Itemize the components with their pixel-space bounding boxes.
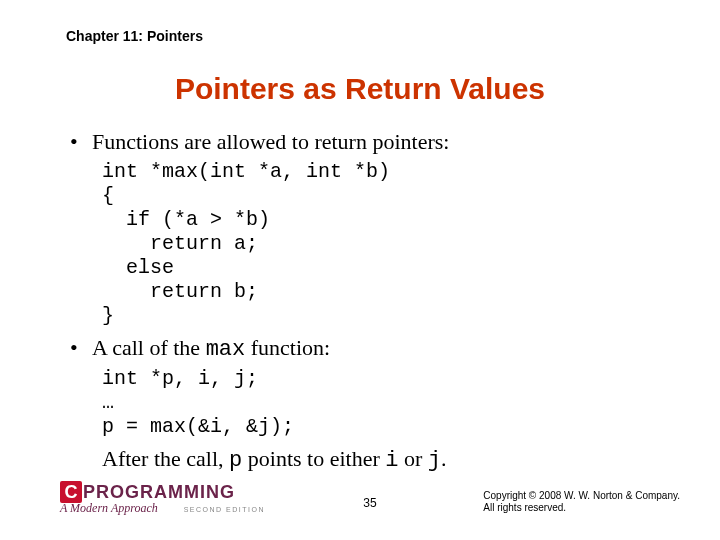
bullet-1-text: Functions are allowed to return pointers… <box>92 128 660 156</box>
slide-title: Pointers as Return Values <box>60 72 660 106</box>
logo-subtitle: A Modern Approach SECOND EDITION <box>60 501 265 516</box>
after-mid: points to either <box>242 446 385 471</box>
copyright: Copyright © 2008 W. W. Norton & Company.… <box>483 490 680 514</box>
after-dot: . <box>441 446 447 471</box>
logo-top: C PROGRAMMING <box>60 481 265 503</box>
chapter-label: Chapter 11: Pointers <box>66 28 660 44</box>
bullet-2-text: A call of the max function: <box>92 334 660 364</box>
logo-c-icon: C <box>60 481 82 503</box>
logo-approach: A Modern Approach <box>60 501 158 516</box>
bullet-dot: • <box>70 334 92 364</box>
code-block-2: int *p, i, j; … p = max(&i, &j); <box>102 367 660 439</box>
after-prefix: After the call, <box>102 446 229 471</box>
after-j: j <box>428 448 441 473</box>
slide: Chapter 11: Pointers Pointers as Return … <box>0 0 720 540</box>
book-logo: C PROGRAMMING A Modern Approach SECOND E… <box>60 481 265 516</box>
bullet-dot: • <box>70 128 92 156</box>
bullet-2-lead: A call of the <box>92 335 206 360</box>
bullet-1: • Functions are allowed to return pointe… <box>70 128 660 156</box>
footer: C PROGRAMMING A Modern Approach SECOND E… <box>60 474 680 522</box>
page-number: 35 <box>363 496 376 510</box>
bullet-2-tail: function: <box>245 335 330 360</box>
after-i: i <box>385 448 398 473</box>
copyright-line-2: All rights reserved. <box>483 502 680 514</box>
after-or: or <box>398 446 427 471</box>
copyright-line-1: Copyright © 2008 W. W. Norton & Company. <box>483 490 680 502</box>
after-p: p <box>229 448 242 473</box>
after-call-text: After the call, p points to either i or … <box>102 445 660 475</box>
logo-text: PROGRAMMING <box>83 482 235 503</box>
slide-body: • Functions are allowed to return pointe… <box>70 128 660 475</box>
logo-edition: SECOND EDITION <box>184 506 265 513</box>
bullet-2-code: max <box>206 337 246 362</box>
bullet-2: • A call of the max function: <box>70 334 660 364</box>
code-block-1: int *max(int *a, int *b) { if (*a > *b) … <box>102 160 660 328</box>
